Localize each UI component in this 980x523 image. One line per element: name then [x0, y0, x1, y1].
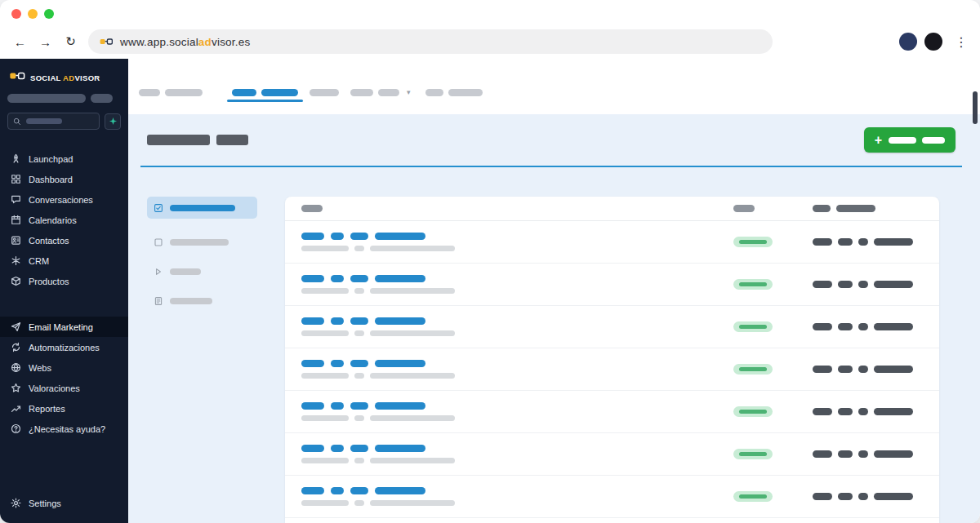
settings-icon [11, 498, 21, 508]
skeleton-bar [216, 135, 248, 145]
row-date-cell [813, 281, 939, 288]
row-date-cell [813, 366, 939, 373]
sidebar-menu-top: LaunchpadDashboardConversacionesCalendar… [0, 141, 128, 291]
sidebar-item-necesitas-ayuda[interactable]: ¿Necesitas ayuda? [0, 419, 128, 439]
table-row[interactable] [285, 433, 939, 476]
table-row[interactable] [285, 264, 939, 306]
sidebar-item-dashboard[interactable]: Dashboard [0, 169, 128, 189]
skeleton-bar [874, 450, 913, 458]
sidebar-item-launchpad[interactable]: Launchpad [0, 148, 128, 169]
page-header: + [128, 114, 980, 166]
sidebar-item-label: ¿Necesitas ayuda? [29, 424, 105, 434]
skeleton-bar [813, 408, 832, 415]
skeleton-bar [739, 452, 767, 456]
skeleton-bar [7, 94, 86, 103]
sidebar-item-email-marketing[interactable]: Email Marketing [0, 317, 128, 337]
account-switcher[interactable] [7, 94, 121, 103]
sub-nav-item[interactable] [147, 231, 257, 253]
site-favicon-icon [100, 37, 113, 47]
table-row[interactable] [285, 518, 939, 523]
skeleton-bar [838, 408, 853, 415]
skeleton-bar [354, 246, 364, 251]
scrollbar-thumb[interactable] [973, 91, 978, 124]
skeleton-bar [170, 298, 212, 304]
search-icon [13, 117, 21, 126]
row-date-cell [813, 450, 939, 458]
sidebar-item-label: Reportes [29, 404, 65, 414]
table-row[interactable] [285, 476, 939, 518]
sidebar-item-crm[interactable]: CRM [0, 250, 128, 271]
sidebar-item-label: Launchpad [29, 154, 73, 164]
forward-button[interactable]: → [33, 31, 57, 52]
window-titlebar [0, 0, 980, 28]
sidebar-item-contactos[interactable]: Contactos [0, 230, 128, 250]
skeleton-bar [301, 246, 349, 251]
sidebar-item-calendarios[interactable]: Calendarios [0, 210, 128, 230]
status-badge [733, 237, 773, 247]
sub-nav-item-active[interactable] [147, 197, 257, 219]
skeleton-bar [425, 89, 443, 96]
skeleton-bar [838, 323, 853, 330]
sidebar-item-reportes[interactable]: Reportes [0, 398, 128, 419]
skeleton-bar [301, 487, 324, 494]
skeleton-bar [874, 408, 913, 415]
row-status-cell [733, 449, 813, 459]
minimize-window-button[interactable] [28, 9, 38, 19]
sidebar-menu-lower: Email MarketingAutomatizacionesWebsValor… [0, 309, 128, 439]
create-button[interactable]: + [864, 127, 956, 153]
skeleton-bar [874, 281, 913, 288]
email-marketing-icon [11, 321, 21, 332]
skeleton-bar [375, 317, 425, 325]
skeleton-bar [232, 89, 256, 96]
close-window-button[interactable] [11, 9, 21, 19]
sidebar-item-conversaciones[interactable]: Conversaciones [0, 189, 128, 210]
skeleton-bar [858, 366, 868, 373]
account-avatar[interactable] [924, 33, 942, 51]
skeleton-bar [370, 330, 455, 336]
table-column-header [813, 205, 939, 212]
table-row[interactable] [285, 306, 939, 348]
skeleton-bar [310, 89, 339, 96]
skeleton-bar [858, 450, 868, 458]
skeleton-bar [874, 238, 913, 246]
skeleton-bar [354, 458, 364, 463]
sub-nav-item[interactable] [147, 260, 257, 282]
skeleton-bar [331, 487, 344, 494]
row-title-skeleton [301, 317, 455, 325]
sidebar-item-settings[interactable]: Settings [0, 493, 128, 513]
tab[interactable] [425, 89, 483, 96]
skeleton-bar [301, 500, 349, 506]
sidebar-item-valoraciones[interactable]: Valoraciones [0, 378, 128, 398]
table-row[interactable] [285, 391, 939, 433]
reload-button[interactable]: ↻ [59, 31, 82, 52]
sub-nav-item[interactable] [147, 290, 257, 312]
tab-active[interactable] [232, 89, 298, 96]
ai-assistant-button[interactable] [105, 113, 121, 130]
zoom-window-button[interactable] [44, 9, 54, 19]
skeleton-bar [301, 317, 324, 325]
back-button[interactable]: ← [8, 31, 32, 52]
tab[interactable] [310, 89, 339, 96]
sidebar-search-input[interactable] [7, 113, 100, 130]
skeleton-bar [813, 281, 832, 288]
skeleton-bar [874, 323, 913, 330]
skeleton-bar [733, 205, 755, 212]
reports-icon [11, 403, 21, 414]
skeleton-bar [889, 137, 916, 144]
skeleton-bar [858, 238, 868, 246]
skeleton-bar [739, 410, 767, 414]
table-row[interactable] [285, 221, 939, 264]
profile-avatar[interactable] [899, 33, 917, 51]
brand: SOCIAL ADVISOR [0, 59, 128, 92]
url-bar[interactable]: www.app.socialadvisor.es [88, 29, 773, 54]
browser-menu-icon[interactable]: ⋮ [950, 34, 970, 50]
sidebar-item-automatizaciones[interactable]: Automatizaciones [0, 337, 128, 357]
table-row[interactable] [285, 348, 939, 391]
tab[interactable] [139, 89, 203, 96]
row-status-cell [733, 279, 813, 290]
brand-logo-icon [9, 70, 25, 85]
row-status-cell [733, 491, 813, 502]
sidebar-item-webs[interactable]: Webs [0, 357, 128, 378]
tab[interactable]: ▾ [350, 89, 411, 96]
sidebar-item-productos[interactable]: Productos [0, 271, 128, 291]
